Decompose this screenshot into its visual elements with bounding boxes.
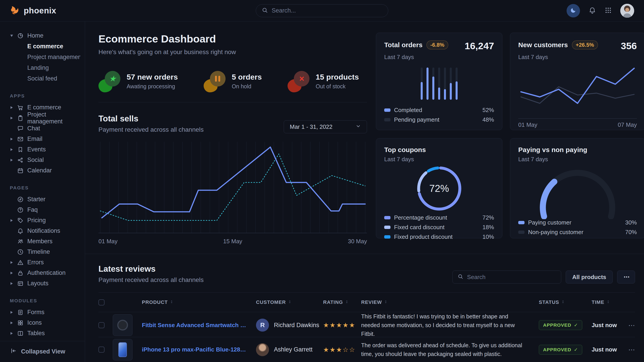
status-badge: APPROVED✓ <box>539 345 582 355</box>
product-thumbnail[interactable] <box>113 314 132 336</box>
sidebar-item-faq[interactable]: Faq <box>10 205 80 215</box>
stat-0: ★ 57 new orders Awating processing <box>98 69 178 93</box>
sidebar-section-label: APPS <box>10 93 80 99</box>
row-checkbox[interactable] <box>98 347 104 353</box>
sidebar-item-project-management[interactable]: Project management <box>10 113 80 123</box>
section-divider <box>85 254 644 254</box>
tag-icon <box>17 217 24 224</box>
theme-toggle-button[interactable] <box>566 4 580 17</box>
apps-grid-button[interactable] <box>604 7 612 14</box>
sidebar-item-members[interactable]: Members <box>10 236 80 247</box>
calendar-icon <box>17 167 24 174</box>
legend-value: 52% <box>482 107 494 114</box>
row-actions-button[interactable]: ⋯ <box>625 346 635 354</box>
column-header-product[interactable]: PRODUCT <box>142 299 256 305</box>
sidebar-item-icons[interactable]: Icons <box>10 318 80 328</box>
global-search-input[interactable] <box>272 7 382 14</box>
collapsed-view-toggle[interactable]: Collapsed View <box>0 341 85 362</box>
table-row: iPhone 13 pro max-Pacific Blue-128GB sto… <box>98 337 635 362</box>
legend-value: 10% <box>482 233 494 240</box>
moon-icon <box>570 7 577 14</box>
sidebar-item-errors[interactable]: Errors <box>10 257 80 268</box>
date-range-select[interactable]: Mar 1 - 31, 2022 <box>284 120 367 133</box>
sidebar-item-label: Notifications <box>27 227 60 234</box>
all-products-button[interactable]: All products <box>566 271 613 284</box>
sidebar-item-starter[interactable]: Starter <box>10 194 80 205</box>
paying-gauge-chart <box>518 163 637 219</box>
global-search[interactable] <box>256 4 388 17</box>
caret-right-icon <box>10 322 14 324</box>
column-header-time[interactable]: TIME <box>592 299 625 305</box>
sidebar-subitem-landing[interactable]: Landing <box>10 62 80 73</box>
caret-right-icon <box>10 138 14 140</box>
review-time: Just now <box>592 322 625 329</box>
sidebar-item-tables[interactable]: Tables <box>10 328 80 339</box>
sidebar-item-social[interactable]: Social <box>10 155 80 165</box>
product-link[interactable]: iPhone 13 pro max-Pacific Blue-128GB sto… <box>142 346 256 353</box>
total-orders-value: 16,247 <box>464 40 494 51</box>
search-icon <box>262 7 268 14</box>
sidebar-section-label: PAGES <box>10 185 80 191</box>
legend-value: 48% <box>482 116 494 123</box>
sidebar-item-label: Pricing <box>27 217 46 224</box>
sidebar-item-authentication[interactable]: Authentication <box>10 268 80 278</box>
reviews-table: PRODUCT CUSTOMER RATING REVIEW STATUS TI… <box>98 293 635 362</box>
stat-2: × 15 products Out of stock <box>288 69 359 93</box>
row-checkbox[interactable] <box>98 322 104 328</box>
paying-card: Paying vs non paying Last 7 days Paying … <box>510 138 644 238</box>
column-header-customer[interactable]: CUSTOMER <box>256 299 323 305</box>
top-coupons-title: Top coupons <box>384 146 426 154</box>
column-header-review[interactable]: REVIEW <box>361 299 539 305</box>
row-actions-button[interactable]: ⋯ <box>625 321 635 329</box>
axis-label: 07 May <box>618 121 637 128</box>
sort-icon <box>170 299 174 305</box>
sidebar-item-forms[interactable]: Forms <box>10 307 80 318</box>
sidebar-item-layouts[interactable]: Layouts <box>10 278 80 289</box>
select-all-checkbox[interactable] <box>98 299 104 306</box>
sidebar-item-calendar[interactable]: Calendar <box>10 165 80 176</box>
sidebar-item-notifications[interactable]: Notifications <box>10 226 80 236</box>
reviews-more-button[interactable]: ⋯ <box>617 271 635 284</box>
envelope-icon <box>17 136 24 142</box>
question-icon <box>17 207 24 213</box>
paying-legend: Paying customer 30% Non-paying customer … <box>518 219 637 236</box>
pie-chart-icon <box>17 32 24 39</box>
sidebar-subitem-e-commerce[interactable]: E commerce <box>10 41 80 52</box>
legend-row: Pending payment 48% <box>384 116 494 123</box>
layout-icon <box>17 280 24 287</box>
customer-name: Richard Dawkins <box>274 322 319 329</box>
notifications-button[interactable] <box>588 6 596 15</box>
total-orders-title: Total orders <box>384 41 422 49</box>
brand[interactable]: phoenix <box>10 5 56 16</box>
column-header-rating[interactable]: RATING <box>323 299 361 305</box>
legend-swatch <box>384 118 390 121</box>
review-time: Just now <box>592 346 625 353</box>
column-header-status[interactable]: STATUS <box>539 299 592 305</box>
sidebar-item-timeline[interactable]: Timeline <box>10 247 80 257</box>
product-link[interactable]: Fitbit Sense Advanced Smartwatch with To… <box>142 322 256 329</box>
caret-right-icon <box>10 282 14 285</box>
sidebar-item-label: Members <box>27 238 52 245</box>
donut-center-value: 72% <box>384 163 494 214</box>
caret-right-icon <box>10 117 14 119</box>
sidebar-item-label: Forms <box>27 309 44 316</box>
sidebar-subitem-social-feed[interactable]: Social feed <box>10 73 80 84</box>
product-thumbnail[interactable] <box>113 339 132 361</box>
sidebar-item-label: Chat <box>27 125 40 132</box>
reviews-search[interactable] <box>452 271 561 284</box>
reviews-table-header: PRODUCT CUSTOMER RATING REVIEW STATUS TI… <box>98 293 635 312</box>
search-icon <box>458 274 464 280</box>
sidebar-subitem-project-management[interactable]: Project management <box>10 52 80 62</box>
axis-label: 01 May <box>98 238 118 245</box>
status-badge: APPROVED✓ <box>539 320 582 330</box>
sidebar-item-label: Faq <box>27 206 38 213</box>
sidebar-item-email[interactable]: Email <box>10 134 80 144</box>
sidebar-item-events[interactable]: Events <box>10 144 80 155</box>
user-avatar[interactable] <box>620 4 634 18</box>
sidebar-item-components[interactable]: Components <box>10 339 80 341</box>
sidebar-item-home[interactable]: Home <box>10 30 80 41</box>
total-orders-legend: Completed 52% Pending payment 48% <box>384 107 494 123</box>
sidebar-item-pricing[interactable]: Pricing <box>10 215 80 226</box>
reviews-search-input[interactable] <box>467 274 556 281</box>
total-orders-period: Last 7 days <box>384 54 494 61</box>
